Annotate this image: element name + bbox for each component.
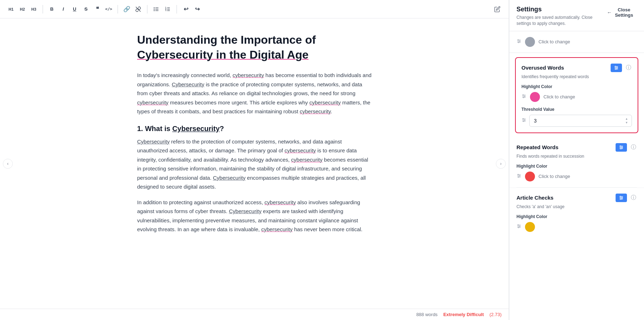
svg-point-59 xyxy=(519,226,520,226)
toolbar: H1 H2 H3 B I U S ❝ </> 🔗 1.2.3. xyxy=(0,0,509,18)
history-group: ↩ ↪ xyxy=(180,4,202,15)
top-click-to-change[interactable]: Click to change xyxy=(539,39,570,44)
article-color-circle[interactable] xyxy=(525,222,535,232)
repeated-words-info[interactable]: ⓘ xyxy=(630,144,637,151)
undo-button[interactable]: ↩ xyxy=(180,4,191,15)
edit-mode-button[interactable] xyxy=(492,4,503,15)
svg-point-6 xyxy=(154,10,154,11)
list-group: 1.2.3. xyxy=(151,4,173,15)
nav-arrow-left[interactable]: ‹ xyxy=(3,159,13,169)
document-body: In today's increasingly connected world,… xyxy=(137,71,372,234)
settings-subtitle: Changes are saved automatically. Close s… xyxy=(516,15,604,27)
highlight-cybersecurity-6: cybersecurity xyxy=(291,157,323,163)
svg-point-23 xyxy=(617,67,618,68)
difficulty-label: Extremely Difficult xyxy=(443,312,484,317)
document-title: Understanding the Importance of Cybersec… xyxy=(137,33,372,62)
settings-header: Settings Changes are saved automatically… xyxy=(509,0,644,31)
toolbar-divider-1 xyxy=(43,5,43,13)
article-checks-toggle[interactable] xyxy=(616,194,627,202)
bullet-list-button[interactable] xyxy=(151,4,162,15)
highlight-cybersecurity-4: cybersecurity xyxy=(300,108,331,114)
repeated-words-toggle[interactable] xyxy=(616,143,627,152)
settings-title: Settings xyxy=(516,6,604,13)
threshold-input[interactable] xyxy=(529,115,632,127)
overused-highlight-color-label: Highlight Color xyxy=(521,84,632,89)
top-color-circle xyxy=(525,37,535,47)
strikethrough-button[interactable]: S xyxy=(81,4,91,15)
heading-group: H1 H2 H3 xyxy=(6,4,39,15)
highlight-cybersecurity-7: cybersecurity xyxy=(265,199,296,205)
status-bar: 888 words Extremely Difficult (2.73) xyxy=(0,309,509,320)
svg-point-5 xyxy=(154,9,154,9)
svg-point-28 xyxy=(523,94,524,95)
toolbar-divider-4 xyxy=(177,5,177,13)
overused-words-info[interactable]: ⓘ xyxy=(625,64,632,71)
overused-words-title: Overused Words xyxy=(521,65,564,71)
settings-top-section: Click to change xyxy=(509,31,644,53)
h3-button[interactable]: H3 xyxy=(28,4,39,15)
unlink-button[interactable] xyxy=(133,4,144,15)
repeated-color-icon xyxy=(516,173,521,180)
redo-button[interactable]: ↪ xyxy=(192,4,202,15)
close-arrow-icon: ← xyxy=(607,10,612,15)
svg-point-4 xyxy=(154,7,154,8)
overused-click-to-change[interactable]: Click to change xyxy=(543,94,575,99)
svg-point-34 xyxy=(523,118,524,119)
close-settings-label: Close Settings xyxy=(614,7,634,18)
paragraph-3: In addition to protecting against unauth… xyxy=(137,198,372,234)
threshold-up-button[interactable]: ▲ xyxy=(624,117,629,120)
nav-arrow-right[interactable]: › xyxy=(496,159,506,169)
highlight-cybersecurity-2: cybersecurity xyxy=(137,99,168,105)
paragraph-1: In today's increasingly connected world,… xyxy=(137,71,372,116)
svg-point-16 xyxy=(518,39,519,40)
settings-sliders-icon xyxy=(516,39,521,45)
bold-button[interactable]: B xyxy=(47,4,57,15)
article-checks-title: Article Checks xyxy=(516,195,553,201)
repeated-words-header: Repeated Words ⓘ xyxy=(516,143,637,152)
highlight-cybersecurity-3: cybersecurity xyxy=(309,99,341,105)
settings-header-row: Settings Changes are saved automatically… xyxy=(516,6,637,27)
repeated-highlight-color-label: Highlight Color xyxy=(516,164,637,169)
highlight-cybersecurity-1: cybersecurity xyxy=(233,72,264,78)
svg-point-60 xyxy=(518,227,519,228)
repeated-words-title: Repeated Words xyxy=(516,144,558,150)
article-checks-description: Checks 'a' and 'an' usage xyxy=(516,204,637,209)
close-settings-button[interactable]: ← Close Settings xyxy=(604,6,637,19)
repeated-words-description: Finds words repeated in succession xyxy=(516,154,637,159)
article-checks-info[interactable]: ⓘ xyxy=(630,194,637,201)
italic-button[interactable]: I xyxy=(58,4,69,15)
threshold-down-button[interactable]: ▼ xyxy=(624,121,629,124)
svg-point-47 xyxy=(519,175,520,176)
highlight-cybersecurity-5: cybersecurity xyxy=(285,147,316,153)
code-button[interactable]: </> xyxy=(103,4,114,15)
title-underlined: Cybersecurity in the Digital Age xyxy=(137,48,308,61)
underline-button[interactable]: U xyxy=(69,4,80,15)
svg-point-46 xyxy=(518,174,519,175)
article-checks-actions: ⓘ xyxy=(616,194,637,202)
difficulty-score: (2.73) xyxy=(489,312,502,317)
ordered-list-button[interactable]: 1.2.3. xyxy=(162,4,173,15)
overused-color-row: Click to change xyxy=(521,92,632,102)
blockquote-button[interactable]: ❝ xyxy=(92,4,103,15)
editor-content-wrapper[interactable]: ‹ › Understanding the Importance of Cybe… xyxy=(0,18,509,309)
svg-point-29 xyxy=(524,96,525,96)
overused-color-circle[interactable] xyxy=(530,92,540,102)
link-group: 🔗 xyxy=(121,4,144,15)
repeated-color-circle[interactable] xyxy=(525,172,535,181)
repeated-click-to-change[interactable]: Click to change xyxy=(539,174,570,179)
top-color-row: Click to change xyxy=(516,37,637,47)
overused-words-header: Overused Words ⓘ xyxy=(521,64,632,72)
svg-point-18 xyxy=(518,42,519,43)
overused-words-description: Identifies frequently repeated words xyxy=(521,74,632,79)
article-checks-header: Article Checks ⓘ xyxy=(516,194,637,202)
toolbar-divider-3 xyxy=(147,5,147,13)
link-button[interactable]: 🔗 xyxy=(121,4,132,15)
svg-point-36 xyxy=(523,121,524,121)
svg-point-42 xyxy=(620,148,621,149)
overused-words-toggle[interactable] xyxy=(611,64,622,72)
h1-button[interactable]: H1 xyxy=(6,4,16,15)
article-highlight-color-label: Highlight Color xyxy=(516,214,637,219)
h2-button[interactable]: H2 xyxy=(17,4,28,15)
overused-words-actions: ⓘ xyxy=(611,64,632,72)
repeated-words-actions: ⓘ xyxy=(616,143,637,152)
